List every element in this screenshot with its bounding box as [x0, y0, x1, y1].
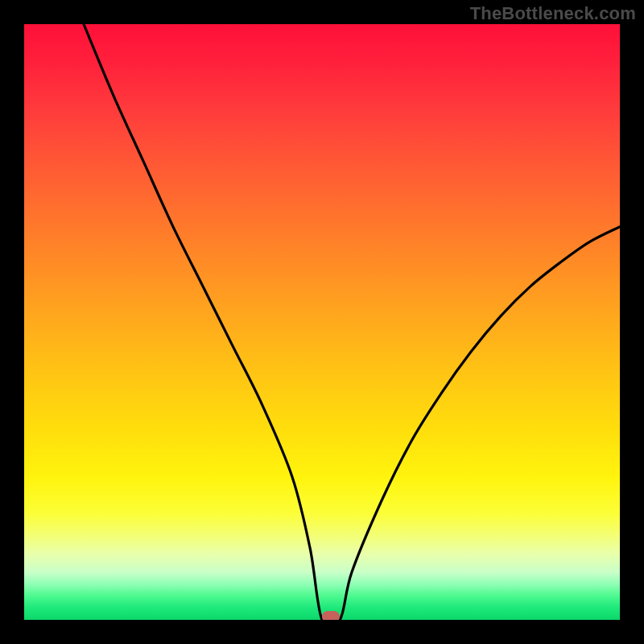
chart-frame: TheBottleneck.com: [0, 0, 644, 644]
bottleneck-curve: [24, 24, 620, 620]
optimum-marker: [322, 611, 340, 620]
curve-path: [84, 24, 620, 620]
plot-area: [24, 24, 620, 620]
watermark-text: TheBottleneck.com: [470, 3, 636, 24]
